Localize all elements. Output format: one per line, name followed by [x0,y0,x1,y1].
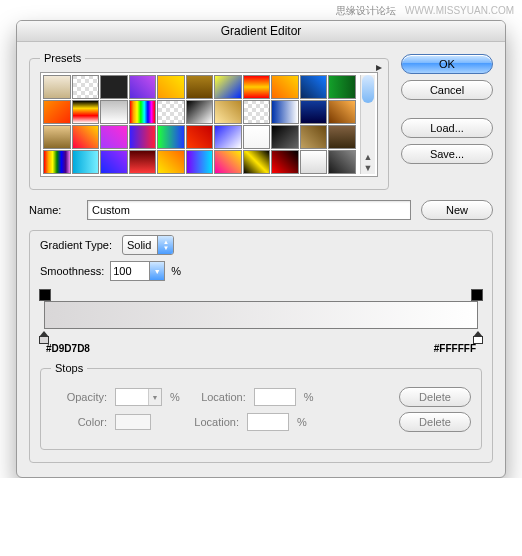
preset-swatch[interactable] [43,100,71,124]
dropdown-icon[interactable]: ▼ [149,262,164,280]
gradient-bar[interactable] [44,301,478,329]
preset-swatch[interactable] [129,150,157,174]
presets-scrollbar[interactable]: ▲ ▼ [360,75,375,174]
location-label-2: Location: [181,416,239,428]
preset-swatch[interactable] [300,125,328,149]
stops-group: Stops Opacity: ▼ % Location: % Delete Co… [40,362,482,450]
preset-swatch[interactable] [328,100,356,124]
opacity-stop-right[interactable] [471,289,483,301]
preset-swatch-grid [43,75,356,174]
cancel-button[interactable]: Cancel [401,80,493,100]
preset-swatch[interactable] [72,125,100,149]
presets-menu-icon[interactable]: ▸ [376,60,382,74]
preset-swatch[interactable] [328,150,356,174]
preset-swatch[interactable] [157,100,185,124]
load-button[interactable]: Load... [401,118,493,138]
gradient-type-select[interactable]: Solid ▲▼ [122,235,174,255]
preset-swatch[interactable] [43,75,71,99]
left-hex: #D9D7D8 [46,343,90,354]
preset-swatch[interactable] [100,100,128,124]
name-label: Name: [29,204,77,216]
preset-swatch[interactable] [43,125,71,149]
color-stop-left[interactable] [39,331,49,341]
preset-swatch[interactable] [100,125,128,149]
delete-opacity-stop-button[interactable]: Delete [399,387,471,407]
preset-swatch[interactable] [157,75,185,99]
gradient-type-label: Gradient Type: [40,239,116,251]
location-label-1: Location: [188,391,246,403]
presets-group: Presets ▸ ▲ ▼ [29,52,389,190]
preset-swatch[interactable] [328,75,356,99]
scroll-down-icon[interactable]: ▼ [364,163,373,174]
gradient-editor-window: Gradient Editor Presets ▸ ▲ ▼ OK Cancel [16,20,506,478]
preset-swatch[interactable] [243,75,271,99]
preset-swatch[interactable] [186,100,214,124]
preset-swatch[interactable] [300,150,328,174]
preset-swatch[interactable] [129,125,157,149]
preset-swatch[interactable] [328,125,356,149]
opacity-input[interactable]: ▼ [115,388,162,406]
preset-swatch[interactable] [300,100,328,124]
watermark-url: WWW.MISSYUAN.COM [405,5,514,16]
preset-swatch[interactable] [271,100,299,124]
name-input[interactable] [87,200,411,220]
delete-color-stop-button[interactable]: Delete [399,412,471,432]
preset-swatch[interactable] [129,75,157,99]
stops-legend: Stops [51,362,87,374]
preset-swatch[interactable] [214,150,242,174]
preset-swatch[interactable] [186,125,214,149]
preset-swatch[interactable] [300,75,328,99]
color-input[interactable] [115,414,151,430]
preset-swatch[interactable] [100,75,128,99]
scrollbar-thumb[interactable] [362,75,374,103]
smoothness-input[interactable]: ▼ [110,261,165,281]
save-button[interactable]: Save... [401,144,493,164]
preset-swatch[interactable] [243,150,271,174]
preset-swatch[interactable] [100,150,128,174]
smoothness-label: Smoothness: [40,265,104,277]
preset-swatch[interactable] [129,100,157,124]
preset-swatch[interactable] [72,100,100,124]
watermark-cn: 思缘设计论坛 [336,5,396,16]
scroll-up-icon[interactable]: ▲ [364,152,373,163]
preset-swatch[interactable] [157,125,185,149]
preset-swatch[interactable] [271,125,299,149]
color-label: Color: [51,416,107,428]
percent-symbol: % [171,265,181,277]
ok-button[interactable]: OK [401,54,493,74]
preset-swatch[interactable] [157,150,185,174]
preset-swatch[interactable] [271,75,299,99]
opacity-stop-left[interactable] [39,289,51,301]
preset-swatch[interactable] [214,125,242,149]
updown-icon: ▲▼ [157,236,173,254]
preset-swatch[interactable] [186,150,214,174]
right-hex: #FFFFFF [434,343,476,354]
opacity-location-input[interactable] [254,388,296,406]
color-stop-right[interactable] [473,331,483,341]
preset-swatch[interactable] [72,75,100,99]
gradient-type-group: Gradient Type: Solid ▲▼ Smoothness: ▼ % [29,230,493,463]
preset-swatch[interactable] [43,150,71,174]
preset-swatch[interactable] [243,125,271,149]
window-title: Gradient Editor [17,21,505,42]
opacity-label: Opacity: [51,391,107,403]
presets-box: ▲ ▼ [40,72,378,177]
preset-swatch[interactable] [214,75,242,99]
preset-swatch[interactable] [72,150,100,174]
new-button[interactable]: New [421,200,493,220]
color-location-input[interactable] [247,413,289,431]
preset-swatch[interactable] [186,75,214,99]
preset-swatch[interactable] [214,100,242,124]
preset-swatch[interactable] [243,100,271,124]
presets-legend: Presets [40,52,85,64]
preset-swatch[interactable] [271,150,299,174]
